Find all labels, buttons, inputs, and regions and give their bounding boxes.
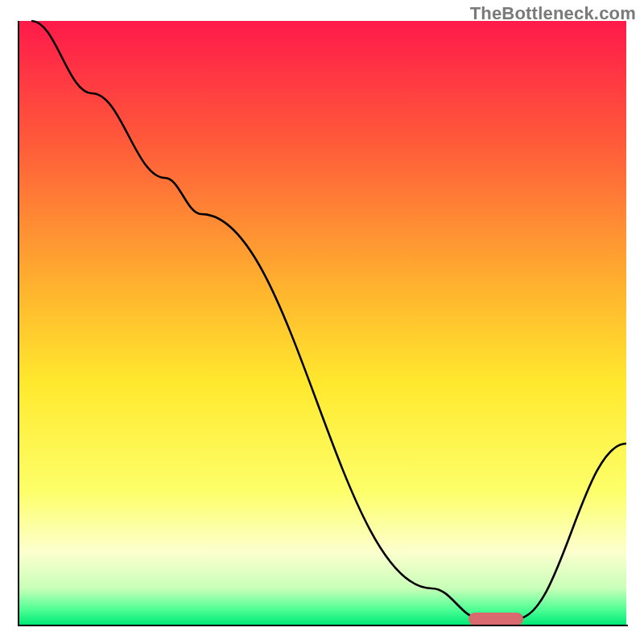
optimal-range-marker bbox=[469, 613, 523, 625]
chart-svg bbox=[0, 0, 644, 644]
y-axis bbox=[18, 21, 19, 626]
chart-container: TheBottleneck.com bbox=[0, 0, 644, 644]
heat-background bbox=[19, 21, 626, 625]
x-axis bbox=[18, 625, 628, 626]
